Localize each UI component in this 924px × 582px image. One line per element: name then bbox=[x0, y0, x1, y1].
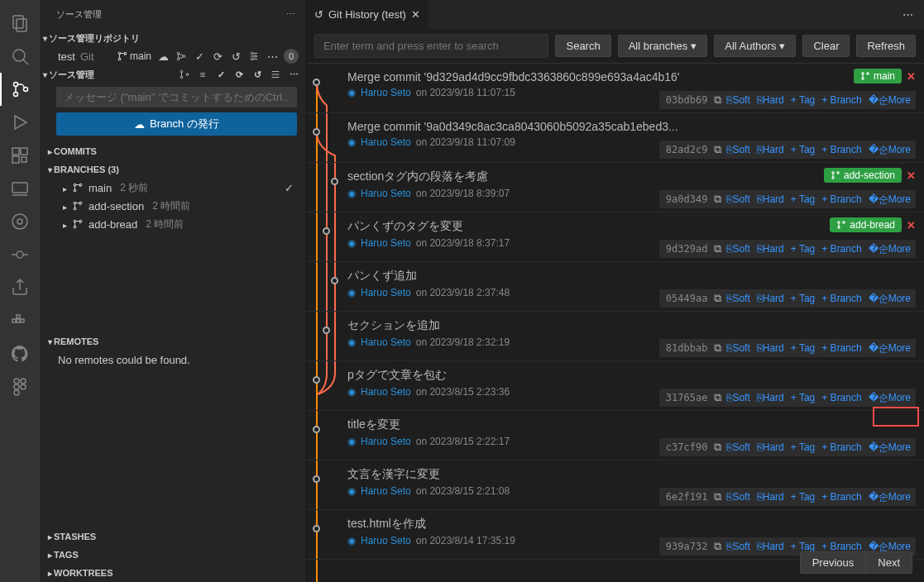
branch-link[interactable]: + Branch bbox=[820, 293, 863, 304]
search-input[interactable] bbox=[314, 34, 548, 58]
refresh-button[interactable]: Refresh bbox=[856, 35, 916, 57]
more-icon[interactable]: ⋯ bbox=[266, 47, 279, 65]
tag-link[interactable]: + Tag bbox=[789, 193, 816, 205]
soft-reset-link[interactable]: ⎘Soft bbox=[725, 293, 751, 304]
commit-row[interactable]: パンくず追加 ◉ Haruo Seto on 2023/9/18 2:37:48… bbox=[306, 262, 924, 312]
clipboard-icon[interactable]: ⧉ bbox=[714, 292, 721, 305]
branch-badge[interactable]: main bbox=[854, 69, 902, 83]
branches-dropdown[interactable]: All branches▾ bbox=[618, 35, 708, 57]
tag-link[interactable]: + Tag bbox=[789, 94, 816, 106]
soft-reset-link[interactable]: ⎘Soft bbox=[725, 541, 751, 552]
hard-reset-link[interactable]: ⎘Hard bbox=[755, 441, 786, 453]
clipboard-icon[interactable]: ⧉ bbox=[714, 341, 721, 355]
eye-icon[interactable]: ◉ bbox=[347, 87, 356, 98]
branch-badge[interactable]: add-section bbox=[824, 168, 902, 183]
more-icon[interactable]: ⋯ bbox=[284, 6, 297, 24]
docker-icon[interactable] bbox=[0, 304, 40, 337]
worktrees-section-header[interactable]: WORKTREES bbox=[40, 564, 305, 582]
cloud-icon[interactable]: ☁ bbox=[156, 47, 170, 65]
figma-icon[interactable] bbox=[0, 370, 40, 403]
check-icon[interactable]: ✓ bbox=[193, 47, 206, 65]
github-icon[interactable] bbox=[0, 337, 40, 370]
soft-reset-link[interactable]: ⎘Soft bbox=[725, 491, 751, 503]
commit-row[interactable]: add-section ✕ sectionタグ内の段落を考慮 ◉ Haruo S… bbox=[306, 163, 924, 212]
commit-row[interactable]: add-bread ✕ パンくずのタグを変更 ◉ Haruo Seto on 2… bbox=[306, 212, 924, 262]
commit-row[interactable]: セクションを追加 ◉ Haruo Seto on 2023/9/18 2:32:… bbox=[306, 312, 924, 361]
soft-reset-link[interactable]: ⎘Soft bbox=[725, 94, 751, 106]
branch-link[interactable]: + Branch bbox=[820, 144, 863, 155]
graph-icon[interactable] bbox=[178, 65, 191, 83]
more-icon[interactable]: ⋯ bbox=[287, 65, 300, 83]
close-icon[interactable]: ✕ bbox=[411, 8, 420, 21]
commits-icon[interactable] bbox=[0, 238, 40, 271]
commit-row[interactable]: main ✕ Merge commit '9d329ad4d9cc9fbdc33… bbox=[306, 64, 924, 113]
hard-reset-link[interactable]: ⎘Hard bbox=[755, 94, 786, 106]
delete-branch-icon[interactable]: ✕ bbox=[907, 70, 916, 83]
hard-reset-link[interactable]: ⎘Hard bbox=[755, 392, 786, 403]
eye-icon[interactable]: ◉ bbox=[347, 535, 356, 546]
tags-section-header[interactable]: TAGS bbox=[40, 546, 305, 564]
next-button[interactable]: Next bbox=[865, 552, 912, 573]
tag-link[interactable]: + Tag bbox=[789, 392, 816, 403]
branch-link[interactable]: + Branch bbox=[820, 243, 863, 255]
graph-icon[interactable] bbox=[175, 47, 188, 65]
tab-git-history[interactable]: ↺ Git History (test) ✕ bbox=[306, 0, 429, 29]
gitlens-icon[interactable] bbox=[0, 205, 40, 238]
stashes-section-header[interactable]: STASHES bbox=[40, 527, 305, 546]
branch-link[interactable]: + Branch bbox=[820, 342, 863, 354]
clipboard-icon[interactable]: ⧉ bbox=[714, 490, 721, 503]
tag-link[interactable]: + Tag bbox=[789, 243, 816, 255]
tag-link[interactable]: + Tag bbox=[789, 441, 816, 453]
eye-icon[interactable]: ◉ bbox=[347, 188, 356, 199]
eye-icon[interactable]: ◉ bbox=[347, 237, 356, 249]
refresh-icon[interactable]: ⟳ bbox=[232, 65, 246, 83]
more-link[interactable]: �순More bbox=[867, 143, 912, 157]
publish-branch-button[interactable]: ☁ Branch の発行 bbox=[56, 112, 297, 136]
hard-reset-link[interactable]: ⎘Hard bbox=[755, 342, 786, 354]
more-link[interactable]: �순More bbox=[867, 441, 912, 455]
branch-item[interactable]: main 2 秒前 ✓ bbox=[40, 179, 305, 197]
commit-author[interactable]: Haruo Seto bbox=[361, 237, 411, 249]
clipboard-icon[interactable]: ⧉ bbox=[714, 193, 721, 206]
refresh-icon[interactable]: ⟳ bbox=[211, 47, 224, 65]
commit-message-input[interactable] bbox=[56, 87, 297, 107]
tag-link[interactable]: + Tag bbox=[789, 541, 816, 552]
commit-author[interactable]: Haruo Seto bbox=[361, 136, 411, 148]
commit-row[interactable]: pタグで文章を包む ◉ Haruo Seto on 2023/8/15 2:23… bbox=[306, 361, 924, 411]
delete-branch-icon[interactable]: ✕ bbox=[907, 169, 916, 182]
tag-link[interactable]: + Tag bbox=[789, 144, 816, 155]
authors-dropdown[interactable]: All Authors▾ bbox=[714, 35, 796, 57]
clipboard-icon[interactable]: ⧉ bbox=[714, 93, 721, 107]
search-icon[interactable] bbox=[0, 40, 40, 73]
branch-link[interactable]: + Branch bbox=[820, 541, 863, 552]
previous-button[interactable]: Previous bbox=[801, 552, 866, 573]
search-button[interactable]: Search bbox=[555, 35, 610, 57]
remote-icon[interactable] bbox=[0, 172, 40, 205]
soft-reset-link[interactable]: ⎘Soft bbox=[725, 392, 751, 403]
share-icon[interactable] bbox=[0, 271, 40, 304]
branch-badge[interactable]: add-bread bbox=[830, 217, 902, 232]
settings-icon[interactable] bbox=[247, 47, 261, 65]
clear-button[interactable]: Clear bbox=[802, 35, 850, 57]
commit-author[interactable]: Haruo Seto bbox=[361, 436, 411, 447]
more-icon[interactable]: ⋯ bbox=[901, 6, 914, 24]
eye-icon[interactable]: ◉ bbox=[347, 485, 356, 497]
branch-item[interactable]: add-bread 2 時間前 bbox=[40, 215, 305, 233]
extensions-icon[interactable] bbox=[0, 139, 40, 172]
soft-reset-link[interactable]: ⎘Soft bbox=[725, 441, 751, 453]
clipboard-icon[interactable]: ⧉ bbox=[714, 242, 721, 255]
soft-reset-link[interactable]: ⎘Soft bbox=[725, 193, 751, 205]
branch-link[interactable]: + Branch bbox=[820, 193, 863, 205]
hard-reset-link[interactable]: ⎘Hard bbox=[755, 541, 786, 552]
tag-link[interactable]: + Tag bbox=[789, 491, 816, 503]
more-link[interactable]: �순More bbox=[867, 341, 912, 355]
commit-author[interactable]: Haruo Seto bbox=[361, 87, 411, 98]
branch-indicator[interactable]: main bbox=[117, 50, 151, 62]
more-link[interactable]: �순More bbox=[867, 193, 912, 207]
more-link[interactable]: �순More bbox=[867, 490, 912, 504]
eye-icon[interactable]: ◉ bbox=[347, 386, 356, 398]
more-link[interactable]: �순More bbox=[867, 391, 912, 405]
eye-icon[interactable]: ◉ bbox=[347, 136, 356, 148]
eye-icon[interactable]: ◉ bbox=[347, 336, 356, 348]
commit-author[interactable]: Haruo Seto bbox=[361, 535, 411, 546]
